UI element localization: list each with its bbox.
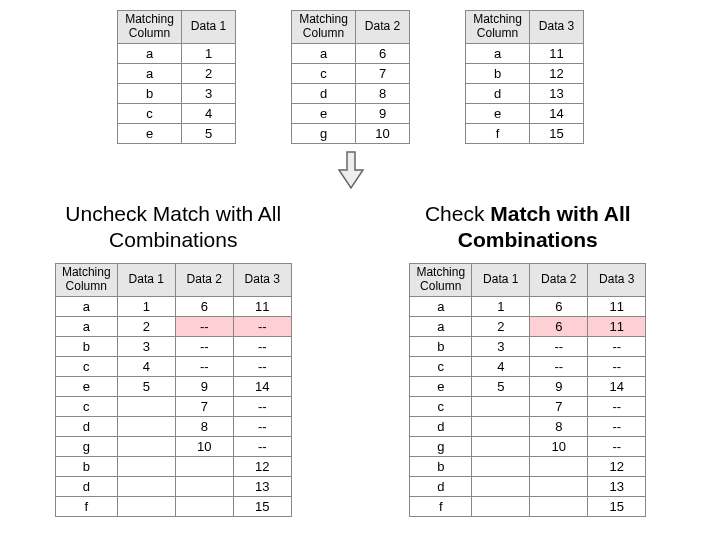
table-row: e5 (118, 123, 236, 143)
uncheck-title: Uncheck Match with All Combinations (16, 201, 331, 254)
source-tables-row: MatchingColumnData 1a1a2b3c4e5MatchingCo… (10, 10, 691, 144)
arrow-down-icon (10, 150, 691, 193)
table-row: c4---- (55, 356, 291, 376)
table-row: e14 (466, 103, 584, 123)
table-row: a11 (466, 43, 584, 63)
table-row: a1611 (410, 296, 646, 316)
col-header-matching: MatchingColumn (466, 11, 530, 44)
table-row: a2611 (410, 316, 646, 336)
col-header-data: Data 3 (588, 264, 646, 297)
col-header-matching: MatchingColumn (292, 11, 356, 44)
col-header-matching: MatchingColumn (118, 11, 182, 44)
table-row: e9 (292, 103, 410, 123)
table-row: d8-- (55, 416, 291, 436)
col-header-data: Data 2 (530, 264, 588, 297)
table-row: g10-- (410, 436, 646, 456)
col-header-data: Data 1 (472, 264, 530, 297)
table-row: d13 (55, 476, 291, 496)
check-title: Check Match with All Combinations (371, 201, 686, 254)
uncheck-section: Uncheck Match with All Combinations Matc… (16, 201, 331, 517)
table-row: b12 (55, 456, 291, 476)
col-header-matching: MatchingColumn (410, 264, 472, 297)
col-header-data: Data 1 (117, 264, 175, 297)
table-row: c7 (292, 63, 410, 83)
table-row: e5914 (410, 376, 646, 396)
col-header-data: Data 3 (530, 11, 584, 44)
table-row: e5914 (55, 376, 291, 396)
check-result-table: MatchingColumnData 1Data 2Data 3a1611a26… (409, 263, 646, 517)
table-row: f15 (410, 496, 646, 516)
table-row: b3---- (55, 336, 291, 356)
table-row: c4---- (410, 356, 646, 376)
table-row: g10 (292, 123, 410, 143)
col-header-data: Data 2 (175, 264, 233, 297)
source-table-3: MatchingColumnData 3a11b12d13e14f15 (465, 10, 584, 144)
table-row: d13 (466, 83, 584, 103)
table-row: g10-- (55, 436, 291, 456)
table-row: a2---- (55, 316, 291, 336)
table-row: f15 (466, 123, 584, 143)
uncheck-result-table: MatchingColumnData 1Data 2Data 3a1611a2-… (55, 263, 292, 517)
col-header-matching: MatchingColumn (55, 264, 117, 297)
source-table-1: MatchingColumnData 1a1a2b3c4e5 (117, 10, 236, 144)
col-header-data: Data 1 (182, 11, 236, 44)
col-header-data: Data 3 (233, 264, 291, 297)
table-row: a2 (118, 63, 236, 83)
table-row: d8-- (410, 416, 646, 436)
table-row: d13 (410, 476, 646, 496)
source-table-2: MatchingColumnData 2a6c7d8e9g10 (291, 10, 410, 144)
table-row: c4 (118, 103, 236, 123)
table-row: a6 (292, 43, 410, 63)
table-row: c7-- (55, 396, 291, 416)
col-header-data: Data 2 (356, 11, 410, 44)
table-row: b12 (410, 456, 646, 476)
table-row: a1611 (55, 296, 291, 316)
table-row: b12 (466, 63, 584, 83)
table-row: c7-- (410, 396, 646, 416)
table-row: a1 (118, 43, 236, 63)
result-sections-row: Uncheck Match with All Combinations Matc… (10, 201, 691, 517)
table-row: b3---- (410, 336, 646, 356)
check-section: Check Match with All Combinations Matchi… (371, 201, 686, 517)
table-row: f15 (55, 496, 291, 516)
table-row: b3 (118, 83, 236, 103)
table-row: d8 (292, 83, 410, 103)
